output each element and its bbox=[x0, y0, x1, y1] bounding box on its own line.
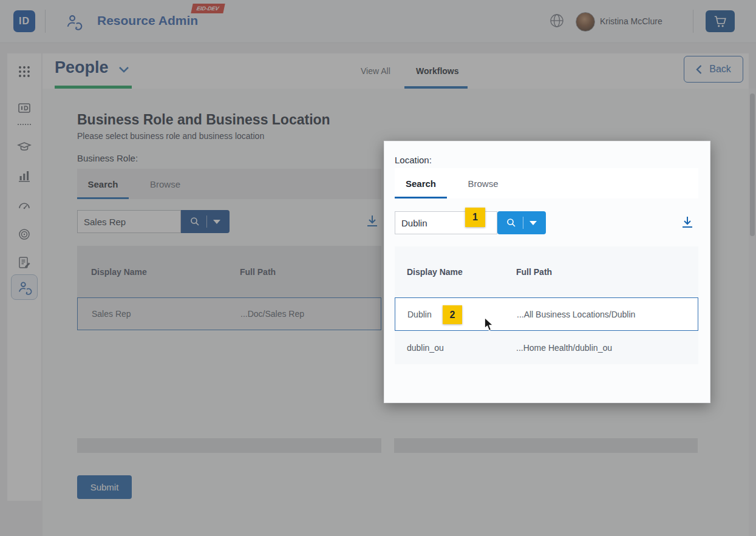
step-1-badge: 1 bbox=[465, 208, 485, 227]
location-tab-search[interactable]: Search bbox=[395, 168, 447, 198]
location-col-display-name: Display Name bbox=[395, 267, 516, 277]
step-2-badge: 2 bbox=[443, 305, 462, 324]
location-tabbar: Search Browse bbox=[395, 168, 698, 198]
location-col-full-path: Full Path bbox=[516, 267, 552, 277]
location-download-icon[interactable] bbox=[678, 214, 696, 232]
location-table-header: Display Name Full Path bbox=[395, 246, 698, 297]
location-tab-browse[interactable]: Browse bbox=[454, 168, 512, 198]
location-table: Display Name Full Path Dublin 2 ...All B… bbox=[395, 246, 698, 364]
search-icon bbox=[506, 217, 517, 228]
location-row-full-path: ...Home Health/dublin_ou bbox=[516, 343, 612, 353]
location-search-button[interactable] bbox=[497, 211, 546, 234]
location-row-full-path: ...All Business Locations/Dublin bbox=[517, 310, 635, 319]
resource-admin-app: ID Resource Admin EID-DEV Kristina McClu… bbox=[0, 0, 756, 536]
caret-down-icon bbox=[530, 221, 537, 225]
location-row-dublin-ou[interactable]: dublin_ou ...Home Health/dublin_ou bbox=[395, 331, 698, 364]
location-row-dublin[interactable]: Dublin 2 ...All Business Locations/Dubli… bbox=[395, 297, 698, 331]
location-row-display-name: dublin_ou bbox=[395, 343, 516, 353]
location-spotlight: Location: Search Browse 1 Display Name bbox=[384, 141, 710, 403]
button-divider bbox=[523, 217, 523, 229]
location-label: Location: bbox=[395, 155, 432, 165]
